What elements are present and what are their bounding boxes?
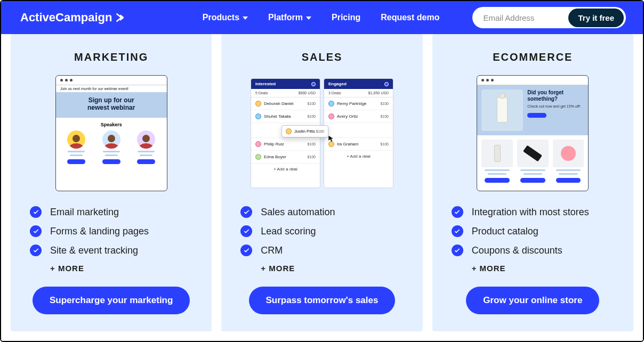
deal-name: Avery Ortiz xyxy=(337,114,358,119)
check-icon xyxy=(30,225,42,237)
browser-dots-icon xyxy=(477,76,588,85)
avatar-icon xyxy=(255,101,261,107)
deal-name: Ira Graham xyxy=(337,142,358,146)
avatar-icon xyxy=(102,131,120,149)
product-image xyxy=(481,89,523,131)
deal-row: Shuhei Takata$100 xyxy=(251,110,320,123)
brand-text: ActiveCampaign xyxy=(20,11,112,25)
nav-pricing-label: Pricing xyxy=(332,13,360,22)
feature-text: Email marketing xyxy=(50,207,119,218)
pipe-deals-count: 5 Deals xyxy=(255,91,268,95)
avatar-icon xyxy=(328,113,334,119)
feature-item: Sales automation xyxy=(240,206,406,218)
deal-name: Justin Pitts xyxy=(294,129,315,134)
ec-subtext: Check out now and get 15% off! xyxy=(527,104,584,109)
card-ecommerce-title: ECOMMERCE xyxy=(493,51,573,63)
mk-tagline: Join us next month for our webinar event… xyxy=(56,85,167,92)
pipe-name: Engaged xyxy=(328,82,347,86)
product-thumb xyxy=(481,140,513,167)
feature-text: Product catalog xyxy=(472,226,538,237)
check-icon xyxy=(452,206,463,218)
deal-amt: $100 xyxy=(380,142,389,146)
ecommerce-features: Integration with most stores Product cat… xyxy=(448,206,617,273)
gear-icon xyxy=(311,82,316,86)
ec-cta-pill xyxy=(527,113,546,118)
mk-hero: Sign up for our newest webinar xyxy=(56,92,167,118)
speaker-card xyxy=(102,131,120,164)
deal-name: Remy Partridge xyxy=(337,101,367,106)
deal-row: Edna Boyer$100 xyxy=(251,151,320,164)
deal-amt: $100 xyxy=(307,142,316,146)
check-icon xyxy=(240,225,252,237)
check-icon xyxy=(452,245,463,256)
ec-info: Did you forget something? Check out now … xyxy=(527,89,584,131)
add-deal-button: + Add a deal xyxy=(251,164,320,175)
brand-arrow-icon xyxy=(115,12,126,23)
deal-name: Philip Ruiz xyxy=(264,142,284,146)
deal-name: Edna Boyer xyxy=(264,154,286,159)
deal-amt: $100 xyxy=(307,115,316,118)
product-card xyxy=(553,140,584,183)
gear-icon xyxy=(384,82,389,86)
product-card xyxy=(517,140,549,183)
add-deal-button: + Add a deal xyxy=(324,151,393,162)
nav-demo[interactable]: Request demo xyxy=(381,13,439,22)
feature-item: Lead scoring xyxy=(240,225,406,237)
marketing-cta-button[interactable]: Supercharge your marketing xyxy=(33,287,190,314)
deal-row: Philip Ruiz$100 xyxy=(251,138,320,151)
feature-item: Email marketing xyxy=(30,206,196,218)
avatar-icon xyxy=(286,128,292,134)
speaker-card xyxy=(67,131,85,164)
marketing-preview: Join us next month for our webinar event… xyxy=(55,75,167,191)
product-thumb xyxy=(517,140,549,167)
check-icon xyxy=(240,206,252,218)
deal-name: Shuhei Takata xyxy=(264,114,291,119)
caret-down-icon xyxy=(243,17,248,20)
email-input[interactable] xyxy=(483,13,568,22)
ecommerce-more-link[interactable]: + MORE xyxy=(472,264,617,273)
marketing-more-link[interactable]: + MORE xyxy=(50,264,196,273)
card-marketing: MARKETING Join us next month for our web… xyxy=(11,34,212,331)
marketing-features: Email marketing Forms & landing pages Si… xyxy=(27,206,196,273)
deal-row: Deborah Daniel$100 xyxy=(251,97,320,110)
sales-more-link[interactable]: + MORE xyxy=(261,264,406,273)
pipe-deals-count: 3 Deals xyxy=(328,91,341,95)
card-sales: SALES Interested 5 Deals$900 USD Deborah… xyxy=(221,34,422,331)
nav-platform[interactable]: Platform xyxy=(268,13,311,22)
top-nav: ActiveCampaign Products Platform Pricing… xyxy=(1,1,643,34)
mk-speakers xyxy=(56,131,167,168)
product-card xyxy=(481,140,513,183)
pipe-total: $900 USD xyxy=(299,91,316,95)
brand-logo[interactable]: ActiveCampaign xyxy=(20,11,126,25)
check-icon xyxy=(240,245,252,256)
avatar-icon xyxy=(255,154,261,160)
nav-products[interactable]: Products xyxy=(203,13,248,22)
pipeline-engaged: Engaged 3 Deals$1,050 USD Remy Partridge… xyxy=(324,78,393,188)
avatar-icon xyxy=(328,101,334,107)
nav-pricing[interactable]: Pricing xyxy=(332,13,360,22)
deal-row: Avery Ortiz$100 xyxy=(324,110,393,123)
product-thumb xyxy=(553,140,584,167)
pipe-name: Interested xyxy=(255,82,276,86)
deal-amt: $100 xyxy=(307,155,316,159)
card-ecommerce: ECOMMERCE Did you forget something? Chec… xyxy=(432,34,633,331)
sales-cta-button[interactable]: Surpass tomorrow's sales xyxy=(249,287,396,314)
try-free-button[interactable]: Try it free xyxy=(568,9,624,27)
nav-platform-label: Platform xyxy=(268,13,303,22)
deal-name: Deborah Daniel xyxy=(264,101,294,106)
feature-text: Forms & landing pages xyxy=(50,226,149,237)
deal-row: Remy Partridge$100 xyxy=(324,97,393,110)
feature-item: Site & event tracking xyxy=(30,245,196,256)
browser-dots-icon xyxy=(56,76,167,85)
feature-text: Lead scoring xyxy=(261,226,316,237)
check-icon xyxy=(30,206,42,218)
check-icon xyxy=(452,225,463,237)
drag-deal-card: Justin Pitts $160 xyxy=(281,125,328,137)
pipe-total: $1,050 USD xyxy=(368,91,389,95)
ecommerce-cta-button[interactable]: Grow your online store xyxy=(466,287,599,314)
feature-item: Integration with most stores xyxy=(452,206,617,218)
ec-headline-1: Did you forget xyxy=(527,89,584,96)
feature-text: Integration with most stores xyxy=(472,207,589,218)
avatar-icon xyxy=(137,131,155,149)
speaker-card xyxy=(137,131,155,164)
